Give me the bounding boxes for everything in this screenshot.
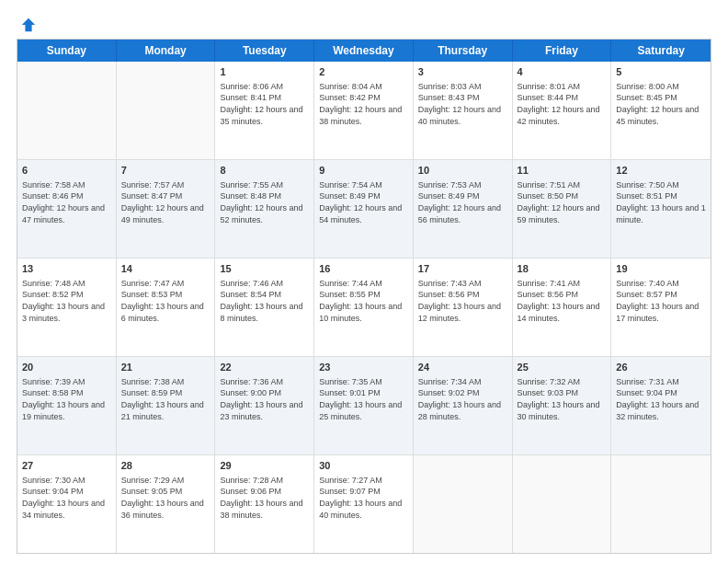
cal-cell: 4Sunrise: 8:01 AMSunset: 8:44 PMDaylight… (513, 62, 612, 159)
cal-cell: 26Sunrise: 7:31 AMSunset: 9:04 PMDayligh… (611, 357, 711, 454)
day-number: 14 (121, 262, 210, 276)
cal-cell: 3Sunrise: 8:03 AMSunset: 8:43 PMDaylight… (414, 62, 513, 159)
day-info: Sunrise: 7:53 AMSunset: 8:49 PMDaylight:… (418, 179, 507, 225)
week-3: 13Sunrise: 7:48 AMSunset: 8:52 PMDayligh… (17, 259, 711, 357)
week-4: 20Sunrise: 7:39 AMSunset: 8:58 PMDayligh… (17, 357, 711, 455)
day-number: 28 (121, 459, 210, 473)
cal-cell: 2Sunrise: 8:04 AMSunset: 8:42 PMDaylight… (314, 62, 414, 159)
day-info: Sunrise: 8:03 AMSunset: 8:43 PMDaylight:… (418, 81, 507, 127)
cal-cell (17, 62, 117, 159)
cal-cell (414, 455, 513, 553)
cal-cell: 28Sunrise: 7:29 AMSunset: 9:05 PMDayligh… (117, 455, 216, 553)
day-number: 20 (22, 361, 111, 374)
week-5: 27Sunrise: 7:30 AMSunset: 9:04 PMDayligh… (17, 455, 711, 553)
day-info: Sunrise: 7:44 AMSunset: 8:55 PMDaylight:… (319, 278, 408, 324)
day-info: Sunrise: 7:48 AMSunset: 8:52 PMDaylight:… (22, 278, 111, 324)
day-info: Sunrise: 7:46 AMSunset: 8:54 PMDaylight:… (220, 278, 309, 324)
day-number: 9 (319, 164, 408, 178)
calendar-body: 1Sunrise: 8:06 AMSunset: 8:41 PMDaylight… (17, 62, 711, 553)
page: SundayMondayTuesdayWednesdayThursdayFrid… (0, 0, 728, 563)
cal-cell: 29Sunrise: 7:28 AMSunset: 9:06 PMDayligh… (215, 455, 314, 553)
cal-cell: 14Sunrise: 7:47 AMSunset: 8:53 PMDayligh… (117, 259, 216, 356)
cal-cell: 20Sunrise: 7:39 AMSunset: 8:58 PMDayligh… (17, 357, 117, 454)
day-info: Sunrise: 7:55 AMSunset: 8:48 PMDaylight:… (220, 179, 309, 225)
logo-text (17, 17, 37, 33)
day-number: 6 (22, 164, 111, 178)
day-number: 7 (121, 164, 210, 178)
day-number: 17 (418, 262, 507, 276)
cal-cell: 19Sunrise: 7:40 AMSunset: 8:57 PMDayligh… (611, 259, 711, 356)
day-number: 23 (319, 361, 408, 374)
day-info: Sunrise: 7:54 AMSunset: 8:49 PMDaylight:… (319, 179, 408, 225)
cal-cell: 22Sunrise: 7:36 AMSunset: 9:00 PMDayligh… (215, 357, 314, 454)
day-number: 26 (616, 361, 706, 374)
cal-cell: 21Sunrise: 7:38 AMSunset: 8:59 PMDayligh… (117, 357, 216, 454)
cal-cell: 24Sunrise: 7:34 AMSunset: 9:02 PMDayligh… (414, 357, 513, 454)
day-number: 25 (518, 361, 607, 374)
header-day-sunday: Sunday (17, 40, 117, 62)
header (17, 17, 711, 29)
day-number: 11 (518, 164, 607, 178)
header-day-friday: Friday (513, 40, 612, 62)
cal-cell: 11Sunrise: 7:51 AMSunset: 8:50 PMDayligh… (513, 160, 612, 258)
day-info: Sunrise: 7:41 AMSunset: 8:56 PMDaylight:… (518, 278, 607, 324)
day-number: 2 (319, 65, 408, 79)
cal-cell: 9Sunrise: 7:54 AMSunset: 8:49 PMDaylight… (314, 160, 414, 258)
cal-cell: 25Sunrise: 7:32 AMSunset: 9:03 PMDayligh… (513, 357, 612, 454)
day-number: 19 (616, 262, 706, 276)
day-number: 18 (518, 262, 607, 276)
header-day-wednesday: Wednesday (314, 40, 414, 62)
header-day-saturday: Saturday (611, 40, 711, 62)
day-info: Sunrise: 7:57 AMSunset: 8:47 PMDaylight:… (121, 179, 210, 225)
day-number: 3 (418, 65, 507, 79)
cal-cell (513, 455, 612, 553)
header-day-thursday: Thursday (414, 40, 513, 62)
day-number: 16 (319, 262, 408, 276)
day-number: 29 (220, 459, 309, 473)
day-info: Sunrise: 7:29 AMSunset: 9:05 PMDaylight:… (121, 475, 210, 521)
cal-cell: 6Sunrise: 7:58 AMSunset: 8:46 PMDaylight… (17, 160, 117, 258)
day-number: 4 (518, 65, 607, 79)
day-info: Sunrise: 8:04 AMSunset: 8:42 PMDaylight:… (319, 81, 408, 127)
cal-cell: 27Sunrise: 7:30 AMSunset: 9:04 PMDayligh… (17, 455, 117, 553)
day-info: Sunrise: 8:00 AMSunset: 8:45 PMDaylight:… (616, 81, 706, 127)
day-info: Sunrise: 7:47 AMSunset: 8:53 PMDaylight:… (121, 278, 210, 324)
cal-cell: 23Sunrise: 7:35 AMSunset: 9:01 PMDayligh… (314, 357, 414, 454)
day-info: Sunrise: 7:30 AMSunset: 9:04 PMDaylight:… (22, 475, 111, 521)
day-info: Sunrise: 7:39 AMSunset: 8:58 PMDaylight:… (22, 376, 111, 422)
cal-cell: 8Sunrise: 7:55 AMSunset: 8:48 PMDaylight… (215, 160, 314, 258)
calendar: SundayMondayTuesdayWednesdayThursdayFrid… (17, 39, 711, 554)
day-info: Sunrise: 8:06 AMSunset: 8:41 PMDaylight:… (220, 81, 309, 127)
day-info: Sunrise: 7:50 AMSunset: 8:51 PMDaylight:… (616, 179, 706, 225)
day-info: Sunrise: 7:35 AMSunset: 9:01 PMDaylight:… (319, 376, 408, 422)
day-info: Sunrise: 7:31 AMSunset: 9:04 PMDaylight:… (616, 376, 706, 422)
day-number: 22 (220, 361, 309, 374)
day-info: Sunrise: 7:34 AMSunset: 9:02 PMDaylight:… (418, 376, 507, 422)
day-info: Sunrise: 7:40 AMSunset: 8:57 PMDaylight:… (616, 278, 706, 324)
cal-cell: 16Sunrise: 7:44 AMSunset: 8:55 PMDayligh… (314, 259, 414, 356)
day-info: Sunrise: 7:58 AMSunset: 8:46 PMDaylight:… (22, 179, 111, 225)
logo (17, 17, 37, 29)
svg-marker-0 (22, 18, 35, 31)
calendar-header: SundayMondayTuesdayWednesdayThursdayFrid… (17, 40, 711, 62)
cal-cell (611, 455, 711, 553)
cal-cell: 13Sunrise: 7:48 AMSunset: 8:52 PMDayligh… (17, 259, 117, 356)
cal-cell: 5Sunrise: 8:00 AMSunset: 8:45 PMDaylight… (611, 62, 711, 159)
day-number: 21 (121, 361, 210, 374)
day-info: Sunrise: 7:27 AMSunset: 9:07 PMDaylight:… (319, 475, 408, 521)
day-number: 10 (418, 164, 507, 178)
cal-cell: 17Sunrise: 7:43 AMSunset: 8:56 PMDayligh… (414, 259, 513, 356)
week-1: 1Sunrise: 8:06 AMSunset: 8:41 PMDaylight… (17, 62, 711, 160)
day-info: Sunrise: 7:43 AMSunset: 8:56 PMDaylight:… (418, 278, 507, 324)
day-number: 24 (418, 361, 507, 374)
day-info: Sunrise: 7:32 AMSunset: 9:03 PMDaylight:… (518, 376, 607, 422)
cal-cell: 7Sunrise: 7:57 AMSunset: 8:47 PMDaylight… (117, 160, 216, 258)
header-day-monday: Monday (117, 40, 216, 62)
day-number: 5 (616, 65, 706, 79)
day-number: 15 (220, 262, 309, 276)
day-number: 1 (220, 65, 309, 79)
logo-icon (20, 17, 37, 33)
day-number: 27 (22, 459, 111, 473)
day-number: 13 (22, 262, 111, 276)
cal-cell: 30Sunrise: 7:27 AMSunset: 9:07 PMDayligh… (314, 455, 414, 553)
